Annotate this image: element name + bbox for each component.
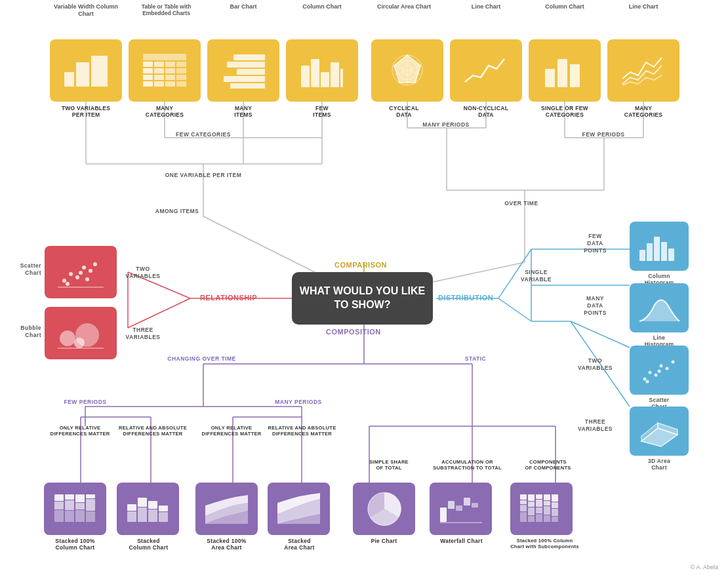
chart-line-non[interactable] — [450, 39, 522, 102]
chart-stacked100-col[interactable] — [44, 483, 106, 535]
label-single-variable: SINGLEVARIABLE — [512, 269, 561, 283]
svg-rect-141 — [65, 500, 74, 510]
label-only-rel-area: ONLY RELATIVEDIFFERENCES MATTER — [195, 425, 268, 437]
svg-rect-179 — [544, 515, 550, 522]
label-comparison: COMPARISON — [334, 261, 387, 269]
label-three-variables-left: THREEVARIABLES — [120, 327, 166, 341]
chart-col-histogram[interactable] — [630, 222, 689, 271]
label-bar-below: MANYITEMS — [207, 105, 279, 118]
svg-rect-183 — [552, 517, 558, 522]
svg-rect-88 — [227, 62, 265, 68]
svg-rect-123 — [654, 237, 660, 261]
svg-rect-85 — [165, 81, 175, 87]
svg-point-133 — [657, 369, 660, 372]
label-rel-abs-diff: RELATIVE AND ABSOLUTEDIFFERENCES MATTER — [117, 425, 189, 437]
chart-line-histogram[interactable] — [630, 283, 689, 332]
chart-bubble-left[interactable] — [45, 307, 117, 359]
svg-rect-72 — [154, 62, 164, 67]
svg-rect-158 — [440, 507, 447, 522]
label-line-many-above: Line Chart — [607, 3, 679, 10]
center-question-text: WHAT WOULD YOU LIKE TO SHOW? — [298, 285, 426, 312]
label-col-few-below: FEWITEMS — [286, 105, 358, 118]
svg-rect-152 — [138, 507, 147, 522]
svg-point-131 — [671, 360, 674, 363]
svg-rect-151 — [138, 498, 147, 507]
svg-point-114 — [79, 271, 83, 275]
svg-rect-76 — [154, 68, 164, 73]
label-line-many-below: MANYCATEGORIES — [607, 105, 679, 118]
svg-rect-145 — [75, 510, 85, 522]
svg-rect-121 — [639, 250, 645, 261]
label-static: STATIC — [456, 355, 495, 363]
svg-rect-140 — [65, 494, 74, 500]
svg-rect-143 — [75, 494, 85, 502]
svg-rect-86 — [176, 81, 186, 87]
svg-rect-75 — [143, 68, 153, 73]
svg-rect-148 — [86, 511, 95, 522]
svg-rect-149 — [127, 504, 136, 511]
chart-table[interactable] — [129, 39, 201, 102]
label-stacked100-col-below: Stacked 100%Column Chart — [41, 538, 110, 551]
svg-rect-90 — [224, 76, 265, 82]
svg-rect-84 — [154, 81, 164, 87]
svg-rect-182 — [552, 509, 558, 516]
svg-rect-80 — [154, 75, 164, 80]
svg-rect-169 — [528, 502, 535, 507]
svg-rect-173 — [536, 500, 542, 507]
chart-stacked100-area[interactable] — [195, 483, 258, 535]
copyright: © A. Abela — [691, 564, 718, 570]
svg-rect-174 — [536, 507, 542, 513]
chart-scatter-left[interactable] — [45, 246, 117, 298]
svg-rect-74 — [176, 62, 186, 67]
chart-stacked100-subcomp[interactable] — [510, 483, 573, 535]
label-few-categories: FEW CATEGORIES — [164, 131, 243, 138]
svg-rect-71 — [143, 62, 153, 67]
chart-pie[interactable] — [353, 483, 415, 535]
svg-rect-176 — [544, 494, 550, 500]
chart-line-many[interactable] — [607, 39, 679, 102]
center-question-box: WHAT WOULD YOU LIKE TO SHOW? — [292, 272, 433, 325]
label-three-variables-right: THREEVARIABLES — [564, 418, 626, 433]
svg-rect-124 — [661, 242, 667, 261]
svg-rect-92 — [301, 66, 310, 87]
svg-line-34 — [571, 321, 630, 348]
svg-rect-96 — [340, 69, 343, 87]
chart-variable-width[interactable] — [50, 39, 122, 102]
svg-point-110 — [82, 266, 86, 269]
svg-point-128 — [654, 373, 657, 376]
chart-stacked-col[interactable] — [117, 483, 179, 535]
chart-col-few[interactable] — [286, 39, 358, 102]
label-components: COMPONENTSOF COMPONENTS — [510, 459, 586, 471]
chart-circular[interactable] — [371, 39, 443, 102]
svg-rect-154 — [148, 509, 157, 522]
label-scatter-left: ScatterChart — [3, 262, 41, 277]
label-two-variables-left: TWOVARIABLES — [120, 266, 166, 280]
chart-col-few2[interactable] — [529, 39, 601, 102]
svg-point-132 — [645, 380, 649, 383]
chart-bar[interactable] — [207, 39, 279, 102]
label-stacked-area-below: StackedArea Chart — [265, 538, 334, 551]
label-table-below: MANYCATEGORIES — [129, 105, 201, 118]
svg-rect-156 — [159, 512, 168, 522]
label-over-time: OVER TIME — [489, 200, 554, 207]
svg-rect-106 — [570, 64, 580, 87]
label-two-variables-right: TWOVARIABLES — [564, 357, 626, 372]
svg-rect-87 — [233, 54, 265, 60]
chart-3d-area[interactable] — [630, 407, 689, 456]
chart-container: Variable Width Column Chart TWO VARIABLE… — [0, 0, 728, 577]
svg-rect-77 — [165, 68, 175, 73]
svg-rect-73 — [165, 62, 175, 67]
svg-rect-95 — [331, 62, 339, 87]
chart-waterfall[interactable] — [430, 483, 492, 535]
svg-rect-147 — [86, 499, 95, 511]
svg-rect-161 — [464, 498, 470, 506]
svg-rect-89 — [237, 69, 265, 75]
label-one-variable: ONE VARIABLE PER ITEM — [157, 172, 249, 179]
chart-scatter-dist[interactable] — [630, 346, 689, 395]
label-line-non-above: Line Chart — [450, 3, 522, 10]
chart-stacked-area[interactable] — [268, 483, 330, 535]
label-many-periods: MANY PERIODS — [413, 121, 479, 129]
svg-rect-83 — [143, 81, 153, 87]
label-many-periods-bottom: MANY PERIODS — [269, 399, 328, 406]
label-3d-area-below: 3D AreaChart — [630, 458, 689, 471]
